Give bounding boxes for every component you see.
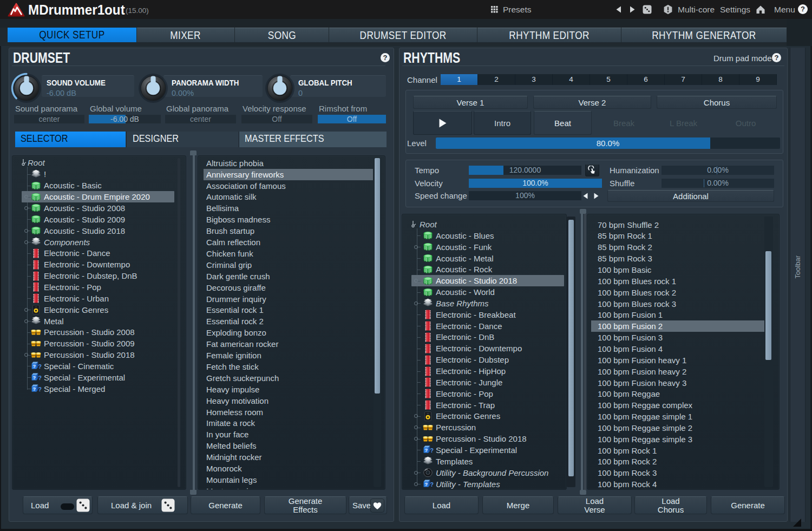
svg-text:?: ? — [430, 481, 433, 488]
svg-text:?: ? — [38, 363, 41, 370]
svg-text:?: ? — [430, 447, 433, 454]
svg-text:?: ? — [424, 447, 428, 453]
svg-text:?: ? — [38, 375, 41, 381]
svg-text:?: ? — [38, 386, 41, 392]
svg-text:?: ? — [32, 386, 36, 392]
svg-text:?: ? — [424, 481, 428, 487]
svg-text:?: ? — [32, 375, 36, 381]
svg-text:?: ? — [32, 363, 36, 369]
